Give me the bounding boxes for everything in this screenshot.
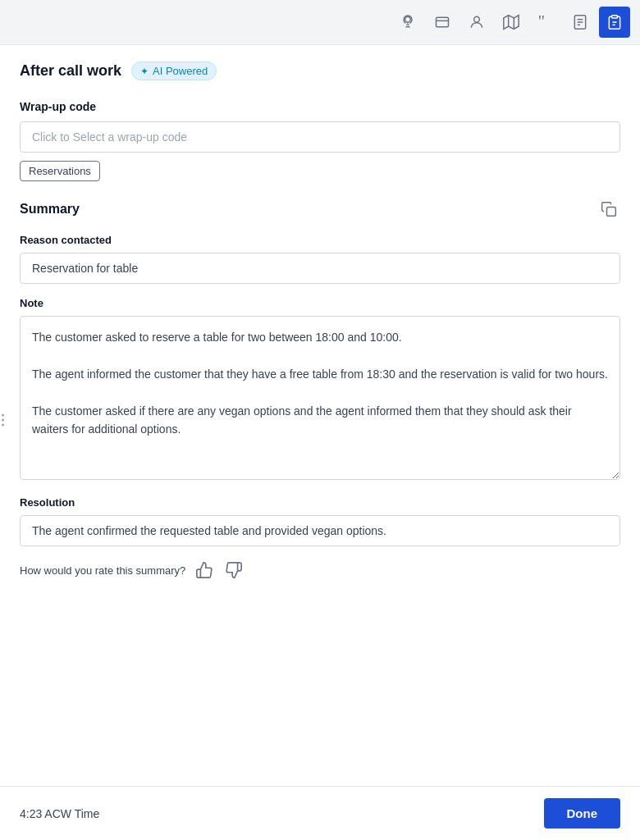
reservations-tag[interactable]: Reservations: [20, 161, 100, 181]
main-content: After call work ✦ AI Powered Wrap-up cod…: [0, 45, 640, 786]
footer: 4:23 ACW Time Done: [0, 786, 640, 840]
reason-label: Reason contacted: [20, 234, 620, 246]
acw-time: 4:23 ACW Time: [20, 807, 99, 820]
done-button[interactable]: Done: [544, 798, 621, 829]
ai-badge: ✦ AI Powered: [131, 62, 217, 80]
page-title: After call work: [20, 62, 121, 80]
card-icon[interactable]: [427, 7, 458, 38]
svg-point-0: [405, 16, 411, 22]
thumbs-up-button[interactable]: [194, 559, 215, 581]
summary-header: Summary: [20, 198, 620, 221]
wrapup-section: Wrap-up code Click to Select a wrap-up c…: [20, 100, 620, 181]
resolution-field[interactable]: The agent confirmed the requested table …: [20, 515, 620, 546]
ai-badge-label: AI Powered: [153, 65, 208, 77]
rating-question: How would you rate this summary?: [20, 564, 185, 577]
svg-text:": ": [538, 13, 545, 30]
resolution-label: Resolution: [20, 496, 620, 509]
ai-sparkle-icon: ✦: [140, 66, 149, 77]
page-header: After call work ✦ AI Powered: [20, 62, 620, 80]
svg-point-3: [474, 16, 480, 22]
person-icon[interactable]: [461, 7, 492, 38]
summary-title: Summary: [20, 202, 80, 217]
rating-row: How would you rate this summary?: [20, 559, 620, 581]
map-icon[interactable]: [496, 7, 527, 38]
svg-rect-12: [612, 16, 618, 18]
quotes-icon[interactable]: ": [530, 7, 561, 38]
svg-marker-4: [504, 16, 519, 30]
wrapup-label: Wrap-up code: [20, 100, 620, 113]
drag-handle[interactable]: [0, 411, 7, 430]
reason-field[interactable]: Reservation for table: [20, 253, 620, 284]
note-textarea[interactable]: [20, 316, 620, 480]
lightbulb-icon[interactable]: [392, 7, 423, 38]
copy-icon[interactable]: [597, 198, 620, 221]
svg-rect-15: [607, 208, 616, 217]
toolbar: ": [0, 0, 640, 45]
thumbs-down-button[interactable]: [223, 559, 245, 581]
wrapup-input[interactable]: Click to Select a wrap-up code: [20, 121, 620, 153]
clipboard-icon[interactable]: [599, 7, 630, 38]
svg-rect-1: [437, 17, 449, 27]
document-icon[interactable]: [565, 7, 596, 38]
note-label: Note: [20, 297, 620, 309]
summary-section: Summary Reason contacted Reservation for…: [20, 198, 620, 581]
